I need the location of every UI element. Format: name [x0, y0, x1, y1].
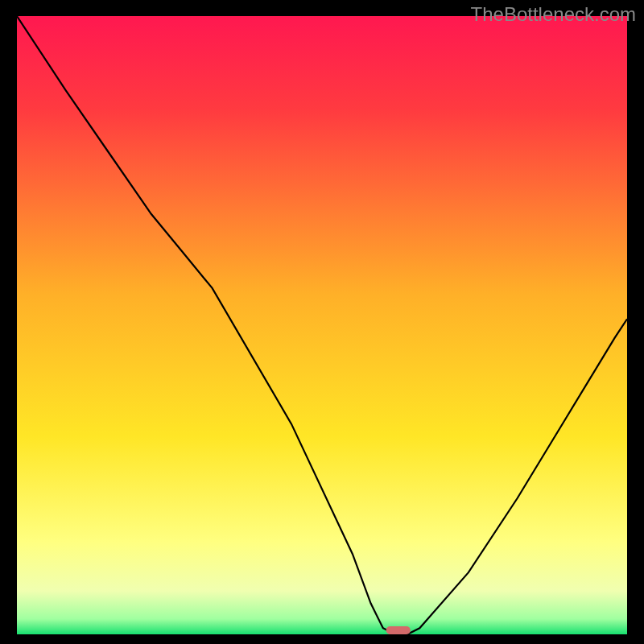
- plot-area: [17, 16, 627, 634]
- chart-svg: [17, 16, 627, 634]
- gradient-background: [17, 16, 627, 634]
- bottleneck-chart: TheBottleneck.com: [0, 0, 644, 644]
- watermark-label: TheBottleneck.com: [471, 3, 636, 26]
- optimal-marker: [386, 626, 411, 634]
